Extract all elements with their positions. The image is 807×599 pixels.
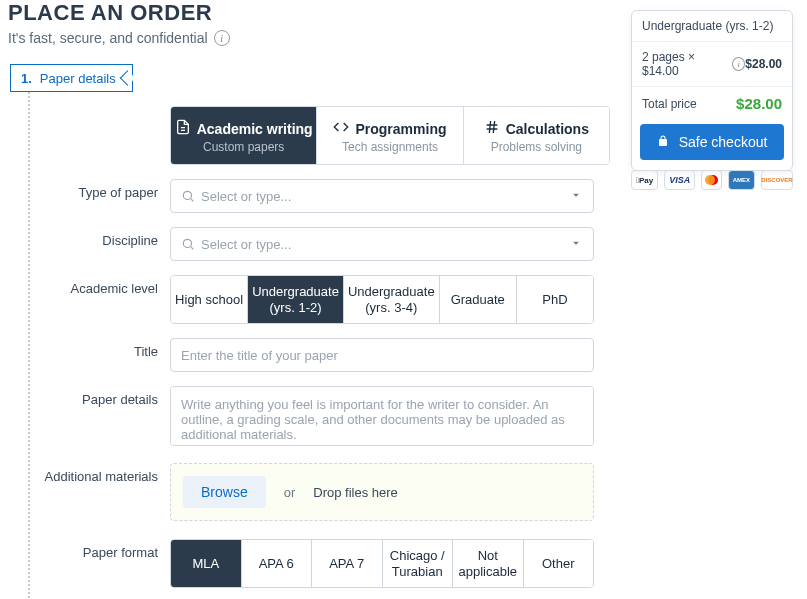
service-tab-label: Programming bbox=[355, 121, 446, 137]
summary-level-row: Undergraduate (yrs. 1-2) bbox=[632, 11, 792, 42]
academic-level-option[interactable]: PhD bbox=[517, 276, 593, 323]
search-icon bbox=[181, 189, 195, 203]
hash-icon bbox=[484, 119, 500, 138]
step-progress-line bbox=[12, 92, 30, 599]
label-discipline: Discipline bbox=[30, 227, 170, 248]
paper-format-option[interactable]: Other bbox=[524, 540, 594, 587]
summary-total: $28.00 bbox=[736, 95, 782, 112]
discipline-select[interactable]: Select or type... bbox=[170, 227, 594, 261]
service-tab-calculations[interactable]: Calculations Problems solving bbox=[464, 107, 609, 164]
upload-drop-text: Drop files here bbox=[313, 485, 398, 500]
chevron-down-icon bbox=[569, 236, 583, 253]
summary-calc-row: 2 pages × $14.00 i $28.00 bbox=[632, 42, 792, 87]
paper-format-option[interactable]: Chicago / Turabian bbox=[383, 540, 454, 587]
svg-point-8 bbox=[183, 239, 191, 247]
order-summary-card: Undergraduate (yrs. 1-2) 2 pages × $14.0… bbox=[631, 10, 793, 171]
svg-line-7 bbox=[191, 199, 194, 202]
browse-button[interactable]: Browse bbox=[183, 476, 266, 508]
service-tab-programming[interactable]: Programming Tech assignments bbox=[317, 107, 463, 164]
paper-format-option[interactable]: Not applicable bbox=[453, 540, 524, 587]
academic-level-segment: High schoolUndergraduate (yrs. 1-2)Under… bbox=[170, 275, 594, 324]
service-tab-sublabel: Problems solving bbox=[464, 140, 609, 154]
upload-or: or bbox=[284, 485, 296, 500]
info-icon[interactable]: i bbox=[732, 57, 745, 71]
summary-line-price: $28.00 bbox=[745, 57, 782, 71]
step-number: 1. bbox=[21, 71, 32, 86]
page-subtitle: It's fast, secure, and confidential bbox=[8, 30, 208, 46]
service-tab-sublabel: Custom papers bbox=[171, 140, 316, 154]
select-placeholder: Select or type... bbox=[201, 189, 291, 204]
label-academic-level: Academic level bbox=[30, 275, 170, 296]
mastercard-badge bbox=[701, 170, 721, 190]
label-additional-materials: Additional materials bbox=[30, 463, 170, 484]
academic-level-option[interactable]: Graduate bbox=[440, 276, 517, 323]
service-tab-sublabel: Tech assignments bbox=[317, 140, 462, 154]
summary-total-label: Total price bbox=[642, 97, 697, 111]
academic-level-option[interactable]: Undergraduate (yrs. 1-2) bbox=[248, 276, 344, 323]
title-input[interactable] bbox=[170, 338, 594, 372]
summary-total-row: Total price $28.00 bbox=[632, 87, 792, 120]
label-paper-format: Paper format bbox=[30, 539, 170, 560]
payment-methods: Pay VISA AMEX DISCOVER bbox=[631, 156, 793, 190]
document-icon bbox=[175, 119, 191, 138]
safe-checkout-button[interactable]: Safe checkout bbox=[640, 124, 784, 160]
paper-format-option[interactable]: APA 7 bbox=[312, 540, 383, 587]
label-paper-details: Paper details bbox=[30, 386, 170, 407]
type-of-paper-select[interactable]: Select or type... bbox=[170, 179, 594, 213]
service-tabs: Academic writing Custom papers Programmi… bbox=[170, 106, 610, 165]
label-title: Title bbox=[30, 338, 170, 359]
select-placeholder: Select or type... bbox=[201, 237, 291, 252]
paper-format-option[interactable]: APA 6 bbox=[242, 540, 313, 587]
svg-line-4 bbox=[489, 121, 490, 133]
paper-details-textarea[interactable] bbox=[170, 386, 594, 446]
applepay-badge: Pay bbox=[631, 170, 658, 190]
paper-format-segment: MLAAPA 6APA 7Chicago / TurabianNot appli… bbox=[170, 539, 594, 588]
code-icon bbox=[333, 119, 349, 138]
academic-level-option[interactable]: High school bbox=[171, 276, 248, 323]
svg-line-5 bbox=[493, 121, 494, 133]
info-icon[interactable]: i bbox=[214, 30, 230, 46]
step-label: Paper details bbox=[40, 71, 116, 86]
academic-level-option[interactable]: Undergraduate (yrs. 3-4) bbox=[344, 276, 440, 323]
lock-icon bbox=[657, 134, 669, 150]
search-icon bbox=[181, 237, 195, 251]
service-tab-label: Academic writing bbox=[197, 121, 313, 137]
service-tab-label: Calculations bbox=[506, 121, 589, 137]
upload-dropzone[interactable]: Browse or Drop files here bbox=[170, 463, 594, 521]
chevron-down-icon bbox=[569, 188, 583, 205]
service-tab-academic[interactable]: Academic writing Custom papers bbox=[171, 107, 317, 164]
discover-badge: DISCOVER bbox=[761, 170, 793, 190]
summary-level: Undergraduate (yrs. 1-2) bbox=[642, 19, 773, 33]
visa-badge: VISA bbox=[664, 170, 695, 190]
amex-badge: AMEX bbox=[728, 170, 755, 190]
paper-format-option[interactable]: MLA bbox=[171, 540, 242, 587]
svg-line-9 bbox=[191, 247, 194, 250]
svg-point-6 bbox=[183, 191, 191, 199]
label-type-of-paper: Type of paper bbox=[30, 179, 170, 200]
step-tab-paper-details[interactable]: 1. Paper details bbox=[10, 64, 133, 92]
summary-calc: 2 pages × $14.00 bbox=[642, 50, 728, 78]
checkout-label: Safe checkout bbox=[679, 134, 768, 150]
